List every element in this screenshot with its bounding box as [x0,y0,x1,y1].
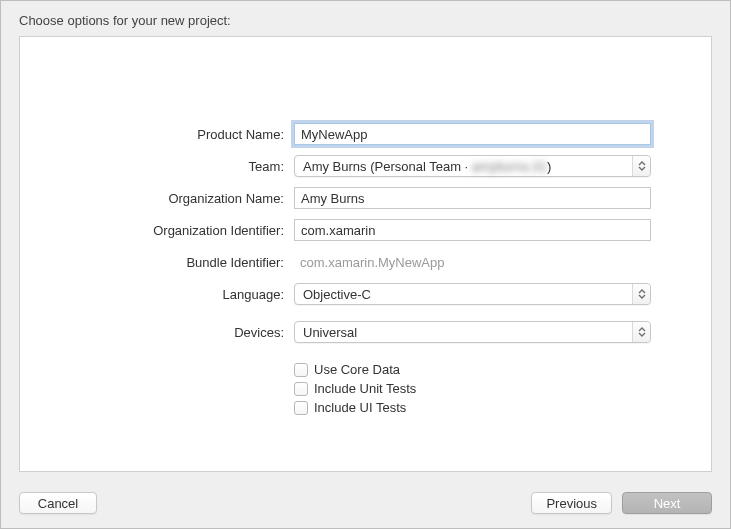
checkbox-ui-tests-row: Include UI Tests [294,400,651,415]
bundle-identifier-value: com.xamarin.MyNewApp [294,255,445,270]
row-bundle-identifier: Bundle Identifier: com.xamarin.MyNewApp [50,250,651,274]
checkbox-ui-tests-label: Include UI Tests [314,400,406,415]
next-button[interactable]: Next [622,492,712,514]
org-name-input[interactable] [294,187,651,209]
devices-value: Universal [303,325,357,340]
label-org-name: Organization Name: [50,191,294,206]
checkbox-unit-tests[interactable] [294,382,308,396]
row-language: Language: Objective-C [50,282,651,306]
language-select[interactable]: Objective-C [294,283,651,305]
label-bundle-identifier: Bundle Identifier: [50,255,294,270]
devices-select[interactable]: Universal [294,321,651,343]
row-product-name: Product Name: [50,122,651,146]
form: Product Name: Team: Amy Burns (Personal … [20,122,711,419]
checkbox-unit-tests-row: Include Unit Tests [294,381,651,396]
label-language: Language: [50,287,294,302]
row-team: Team: Amy Burns (Personal Team · amyburn… [50,154,651,178]
checkbox-core-data-label: Use Core Data [314,362,400,377]
team-value: Amy Burns (Personal Team · amyburns.31) [303,159,551,174]
updown-icon [632,284,650,304]
updown-icon [632,156,650,176]
cancel-button[interactable]: Cancel [19,492,97,514]
footer: Cancel Previous Next [1,482,730,528]
checkbox-unit-tests-label: Include Unit Tests [314,381,416,396]
updown-icon [632,322,650,342]
label-org-identifier: Organization Identifier: [50,223,294,238]
new-project-options-dialog: Choose options for your new project: Pro… [0,0,731,529]
checkbox-core-data-row: Use Core Data [294,362,651,377]
checkbox-core-data[interactable] [294,363,308,377]
label-product-name: Product Name: [50,127,294,142]
row-devices: Devices: Universal [50,320,651,344]
dialog-title: Choose options for your new project: [1,1,730,36]
row-org-name: Organization Name: [50,186,651,210]
org-identifier-input[interactable] [294,219,651,241]
language-value: Objective-C [303,287,371,302]
row-org-identifier: Organization Identifier: [50,218,651,242]
content-frame: Product Name: Team: Amy Burns (Personal … [19,36,712,472]
team-select[interactable]: Amy Burns (Personal Team · amyburns.31) [294,155,651,177]
previous-button[interactable]: Previous [531,492,612,514]
label-team: Team: [50,159,294,174]
product-name-input[interactable] [294,123,651,145]
label-devices: Devices: [50,325,294,340]
checkbox-ui-tests[interactable] [294,401,308,415]
